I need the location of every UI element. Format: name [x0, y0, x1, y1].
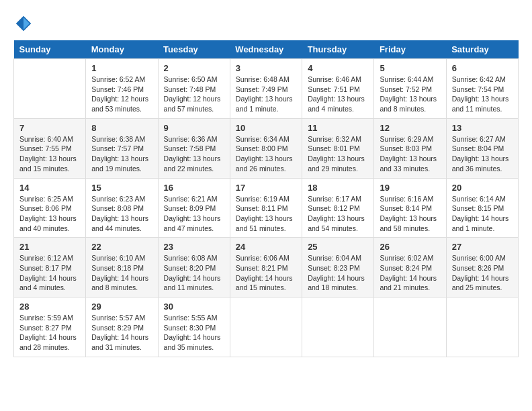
day-cell	[230, 298, 302, 357]
day-number: 9	[164, 123, 224, 133]
day-info: Sunrise: 6:42 AM Sunset: 7:54 PM Dayligh…	[452, 75, 513, 114]
day-number: 22	[91, 242, 152, 252]
day-cell: 26Sunrise: 6:02 AM Sunset: 8:24 PM Dayli…	[374, 238, 446, 298]
day-info: Sunrise: 6:46 AM Sunset: 7:51 PM Dayligh…	[308, 75, 368, 114]
day-number: 10	[236, 123, 296, 133]
day-number: 25	[308, 242, 368, 252]
day-info: Sunrise: 6:27 AM Sunset: 8:04 PM Dayligh…	[452, 134, 513, 174]
day-cell: 14Sunrise: 6:25 AM Sunset: 8:06 PM Dayli…	[14, 178, 86, 238]
day-cell: 28Sunrise: 5:59 AM Sunset: 8:27 PM Dayli…	[14, 298, 86, 357]
day-info: Sunrise: 5:57 AM Sunset: 8:29 PM Dayligh…	[91, 313, 152, 353]
day-info: Sunrise: 6:04 AM Sunset: 8:23 PM Dayligh…	[308, 253, 368, 293]
col-header-wednesday: Wednesday	[230, 40, 302, 59]
day-cell: 16Sunrise: 6:21 AM Sunset: 8:09 PM Dayli…	[158, 178, 230, 238]
day-cell: 1Sunrise: 6:52 AM Sunset: 7:46 PM Daylig…	[86, 59, 158, 119]
day-number: 29	[91, 302, 152, 312]
day-cell: 8Sunrise: 6:38 AM Sunset: 7:57 PM Daylig…	[86, 118, 158, 178]
day-cell: 19Sunrise: 6:16 AM Sunset: 8:14 PM Dayli…	[374, 178, 446, 238]
day-cell: 17Sunrise: 6:19 AM Sunset: 8:11 PM Dayli…	[230, 178, 302, 238]
day-cell: 18Sunrise: 6:17 AM Sunset: 8:12 PM Dayli…	[302, 178, 374, 238]
day-cell: 12Sunrise: 6:29 AM Sunset: 8:03 PM Dayli…	[374, 118, 446, 178]
page-header	[13, 13, 519, 34]
day-info: Sunrise: 6:08 AM Sunset: 8:20 PM Dayligh…	[164, 253, 224, 293]
day-number: 8	[91, 123, 152, 133]
day-cell: 24Sunrise: 6:06 AM Sunset: 8:21 PM Dayli…	[230, 238, 302, 298]
col-header-sunday: Sunday	[14, 40, 86, 59]
day-number: 15	[91, 183, 152, 193]
week-row-2: 7Sunrise: 6:40 AM Sunset: 7:55 PM Daylig…	[14, 118, 519, 178]
day-info: Sunrise: 6:19 AM Sunset: 8:11 PM Dayligh…	[236, 194, 296, 234]
day-info: Sunrise: 6:12 AM Sunset: 8:17 PM Dayligh…	[19, 253, 80, 293]
day-info: Sunrise: 6:14 AM Sunset: 8:15 PM Dayligh…	[452, 194, 513, 234]
day-info: Sunrise: 6:50 AM Sunset: 7:48 PM Dayligh…	[164, 75, 224, 114]
day-cell	[446, 298, 518, 357]
day-number: 3	[236, 63, 296, 73]
day-info: Sunrise: 6:48 AM Sunset: 7:49 PM Dayligh…	[236, 75, 296, 114]
day-cell: 2Sunrise: 6:50 AM Sunset: 7:48 PM Daylig…	[158, 59, 230, 119]
day-number: 30	[164, 302, 224, 312]
day-info: Sunrise: 6:16 AM Sunset: 8:14 PM Dayligh…	[380, 194, 440, 234]
day-info: Sunrise: 6:40 AM Sunset: 7:55 PM Dayligh…	[19, 134, 80, 174]
logo-icon	[13, 13, 34, 34]
day-number: 5	[380, 63, 440, 73]
day-cell: 6Sunrise: 6:42 AM Sunset: 7:54 PM Daylig…	[446, 59, 518, 119]
day-cell: 22Sunrise: 6:10 AM Sunset: 8:18 PM Dayli…	[86, 238, 158, 298]
day-info: Sunrise: 6:29 AM Sunset: 8:03 PM Dayligh…	[380, 134, 440, 174]
day-number: 28	[19, 302, 80, 312]
day-cell: 30Sunrise: 5:55 AM Sunset: 8:30 PM Dayli…	[158, 298, 230, 357]
day-cell: 5Sunrise: 6:44 AM Sunset: 7:52 PM Daylig…	[374, 59, 446, 119]
day-info: Sunrise: 5:55 AM Sunset: 8:30 PM Dayligh…	[164, 313, 224, 353]
day-cell: 20Sunrise: 6:14 AM Sunset: 8:15 PM Dayli…	[446, 178, 518, 238]
day-number: 16	[164, 183, 224, 193]
week-row-1: 1Sunrise: 6:52 AM Sunset: 7:46 PM Daylig…	[14, 59, 519, 119]
day-cell	[302, 298, 374, 357]
day-number: 26	[380, 242, 440, 252]
day-info: Sunrise: 6:32 AM Sunset: 8:01 PM Dayligh…	[308, 134, 368, 174]
day-cell: 9Sunrise: 6:36 AM Sunset: 7:58 PM Daylig…	[158, 118, 230, 178]
day-cell: 13Sunrise: 6:27 AM Sunset: 8:04 PM Dayli…	[446, 118, 518, 178]
day-number: 14	[19, 183, 80, 193]
day-number: 7	[19, 123, 80, 133]
day-number: 19	[380, 183, 440, 193]
day-cell: 21Sunrise: 6:12 AM Sunset: 8:17 PM Dayli…	[14, 238, 86, 298]
day-cell: 10Sunrise: 6:34 AM Sunset: 8:00 PM Dayli…	[230, 118, 302, 178]
day-number: 21	[19, 242, 80, 252]
col-header-monday: Monday	[86, 40, 158, 59]
header-row: SundayMondayTuesdayWednesdayThursdayFrid…	[14, 40, 519, 59]
day-number: 23	[164, 242, 224, 252]
day-number: 2	[164, 63, 224, 73]
day-number: 11	[308, 123, 368, 133]
day-cell: 11Sunrise: 6:32 AM Sunset: 8:01 PM Dayli…	[302, 118, 374, 178]
day-number: 1	[91, 63, 152, 73]
day-number: 24	[236, 242, 296, 252]
day-cell	[374, 298, 446, 357]
col-header-saturday: Saturday	[446, 40, 518, 59]
logo	[13, 13, 36, 34]
day-info: Sunrise: 6:34 AM Sunset: 8:00 PM Dayligh…	[236, 134, 296, 174]
col-header-tuesday: Tuesday	[158, 40, 230, 59]
day-number: 20	[452, 183, 513, 193]
day-info: Sunrise: 6:25 AM Sunset: 8:06 PM Dayligh…	[19, 194, 80, 234]
day-info: Sunrise: 6:52 AM Sunset: 7:46 PM Dayligh…	[91, 75, 152, 114]
day-cell: 25Sunrise: 6:04 AM Sunset: 8:23 PM Dayli…	[302, 238, 374, 298]
day-info: Sunrise: 6:21 AM Sunset: 8:09 PM Dayligh…	[164, 194, 224, 234]
day-cell	[14, 59, 86, 119]
day-cell: 7Sunrise: 6:40 AM Sunset: 7:55 PM Daylig…	[14, 118, 86, 178]
day-info: Sunrise: 6:44 AM Sunset: 7:52 PM Dayligh…	[380, 75, 440, 114]
day-number: 6	[452, 63, 513, 73]
day-info: Sunrise: 6:38 AM Sunset: 7:57 PM Dayligh…	[91, 134, 152, 174]
col-header-friday: Friday	[374, 40, 446, 59]
day-info: Sunrise: 6:17 AM Sunset: 8:12 PM Dayligh…	[308, 194, 368, 234]
day-number: 18	[308, 183, 368, 193]
day-info: Sunrise: 6:23 AM Sunset: 8:08 PM Dayligh…	[91, 194, 152, 234]
day-number: 17	[236, 183, 296, 193]
day-number: 13	[452, 123, 513, 133]
calendar-table: SundayMondayTuesdayWednesdayThursdayFrid…	[13, 40, 519, 357]
day-info: Sunrise: 6:00 AM Sunset: 8:26 PM Dayligh…	[452, 253, 513, 293]
week-row-5: 28Sunrise: 5:59 AM Sunset: 8:27 PM Dayli…	[14, 298, 519, 357]
day-cell: 23Sunrise: 6:08 AM Sunset: 8:20 PM Dayli…	[158, 238, 230, 298]
day-cell: 4Sunrise: 6:46 AM Sunset: 7:51 PM Daylig…	[302, 59, 374, 119]
day-cell: 27Sunrise: 6:00 AM Sunset: 8:26 PM Dayli…	[446, 238, 518, 298]
day-info: Sunrise: 6:10 AM Sunset: 8:18 PM Dayligh…	[91, 253, 152, 293]
day-number: 4	[308, 63, 368, 73]
